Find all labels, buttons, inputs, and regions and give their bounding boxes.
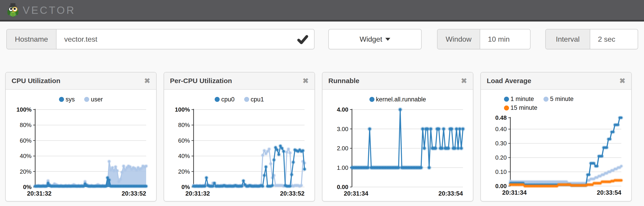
legend-label: kernel.all.runnable [376,96,426,103]
interval-input-group: Interval 2 sec [545,29,638,49]
navbar-underline [0,20,644,21]
widget-dropdown-button[interactable]: Widget [328,29,422,49]
legend-label: 5 minute [550,96,574,103]
svg-text:0.40: 0.40 [495,126,507,132]
svg-text:60%: 60% [20,137,32,144]
load-average-chart: 0.000.100.200.300.400.4820:31:3420:33:54 [481,113,631,200]
hostname-input-group: Hostname vector.test [6,29,314,49]
svg-text:100%: 100% [175,106,190,113]
svg-text:1.00: 1.00 [337,164,348,171]
hostname-input[interactable]: vector.test [56,29,314,49]
legend-item-5-minute[interactable]: 5 minute [544,96,574,103]
legend-label: user [91,96,103,103]
legend-dot-icon [544,97,548,102]
svg-text:20:31:34: 20:31:34 [502,189,527,196]
close-icon[interactable]: ✖ [302,77,308,85]
window-input[interactable]: 10 min [480,29,530,49]
svg-text:4.00: 4.00 [337,106,348,113]
legend-item-15-minute[interactable]: 15 minute [504,104,538,111]
panel-header: Load Average ✖ [481,72,631,90]
interval-label: Interval [546,29,590,49]
legend-dot-icon [370,97,374,102]
close-icon[interactable]: ✖ [144,77,150,85]
legend-item-1-minute[interactable]: 1 minute [504,96,534,103]
svg-text:20:33:54: 20:33:54 [597,189,621,196]
legend-dot-icon [244,97,249,102]
svg-text:80%: 80% [178,121,190,128]
interval-input[interactable]: 2 sec [590,29,638,49]
window-label: Window [438,29,480,49]
svg-text:20:33:52: 20:33:52 [122,190,146,197]
runnable-chart: 0.001.002.003.004.0020:31:3420:33:54 [322,105,473,201]
legend-label: cpu0 [221,96,235,103]
svg-text:0.10: 0.10 [495,168,507,175]
svg-text:0%: 0% [181,184,190,190]
legend-dot-icon [215,97,220,102]
panel-header: Per-CPU Utilization ✖ [164,72,314,90]
legend-item-kernel-all-runnable[interactable]: kernel.all.runnable [370,96,426,103]
legend-dot-icon [84,97,89,102]
chart-legend: sysuser [59,96,103,103]
legend-dot-icon [504,97,509,102]
cpu-utilization-chart: 0%20%40%60%80%100%20:31:3220:33:52 [6,105,156,201]
hostname-label: Hostname [7,29,56,49]
svg-text:40%: 40% [20,153,32,159]
check-icon[interactable] [297,34,308,44]
panel-body: sysuser 0%20%40%60%80%100%20:31:3220:33:… [6,90,156,201]
panel-body: 1 minute5 minute15 minute 0.000.100.200.… [481,90,631,201]
close-icon[interactable]: ✖ [619,77,626,85]
legend-label: sys [66,96,75,103]
panel-runnable: Runnable ✖ kernel.all.runnable 0.001.002… [322,72,473,202]
svg-text:20:31:32: 20:31:32 [27,190,52,197]
chart-legend: cpu0cpu1 [215,96,264,103]
panel-load-average: Load Average ✖ 1 minute5 minute15 minute… [480,72,632,202]
window-input-group: Window 10 min [437,29,530,49]
legend-label: 15 minute [510,104,538,111]
chart-legend: 1 minute5 minute15 minute [504,96,608,111]
legend-label: 1 minute [510,96,534,103]
legend-label: cpu1 [251,96,264,103]
svg-text:20:31:34: 20:31:34 [344,190,368,197]
svg-text:0.00: 0.00 [495,183,507,190]
svg-text:60%: 60% [178,137,190,144]
panel-body: kernel.all.runnable 0.001.002.003.004.00… [322,90,473,201]
panel-header: Runnable ✖ [322,72,473,90]
panel-header: CPU Utilization ✖ [6,72,156,90]
svg-text:80%: 80% [20,121,32,128]
svg-text:0.30: 0.30 [495,140,507,147]
svg-text:0.48: 0.48 [495,114,507,121]
svg-text:0%: 0% [23,184,32,190]
legend-item-user[interactable]: user [84,96,103,103]
legend-item-cpu0[interactable]: cpu0 [215,96,235,103]
panel-title: Load Average [487,77,619,85]
app-title: VECTOR [23,4,76,16]
panel-title: CPU Utilization [12,77,144,85]
svg-text:40%: 40% [178,153,190,159]
panel-body: cpu0cpu1 0%20%40%60%80%100%20:31:3220:33… [164,90,314,201]
svg-text:100%: 100% [16,106,32,113]
legend-dot-icon [504,105,509,110]
svg-text:0.00: 0.00 [337,184,348,190]
legend-item-sys[interactable]: sys [59,96,75,103]
legend-dot-icon [59,97,64,102]
widget-dropdown-label: Widget [360,35,382,43]
svg-text:3.00: 3.00 [337,126,348,132]
caret-down-icon [385,38,390,41]
close-icon[interactable]: ✖ [461,77,467,85]
vector-owl-logo-icon [6,3,20,18]
widget-panels-row: CPU Utilization ✖ sysuser 0%20%40%60%80%… [5,72,632,202]
svg-text:20%: 20% [20,168,32,175]
svg-text:20:31:32: 20:31:32 [186,190,210,197]
svg-text:20%: 20% [178,168,190,175]
legend-item-cpu1[interactable]: cpu1 [244,96,264,103]
chart-legend: kernel.all.runnable [370,96,426,103]
panel-title: Runnable [328,77,461,85]
panel-title: Per-CPU Utilization [170,77,302,85]
panel-per-cpu-utilization: Per-CPU Utilization ✖ cpu0cpu1 0%20%40%6… [164,72,315,202]
svg-text:20:33:54: 20:33:54 [438,190,463,197]
toolbar: Hostname vector.test Widget Window 10 mi… [0,29,644,49]
per-cpu-utilization-chart: 0%20%40%60%80%100%20:31:3220:33:52 [164,105,314,201]
top-navbar: VECTOR [0,0,644,20]
svg-text:0.20: 0.20 [495,154,507,161]
svg-text:20:33:52: 20:33:52 [280,190,304,197]
